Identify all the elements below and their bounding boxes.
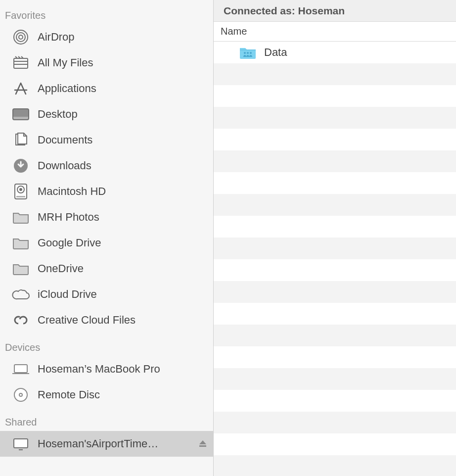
empty-row [214, 150, 456, 172]
sidebar-item-label: Hoseman'sAirportTime… [38, 437, 158, 450]
documents-icon [11, 132, 31, 148]
sidebar-item-label: Creative Cloud Files [38, 314, 136, 327]
sidebar-item-label: Desktop [38, 108, 78, 121]
shared-folder-icon [238, 45, 257, 60]
sidebar-item-label: Google Drive [38, 237, 101, 249]
column-header-label: Name [221, 26, 247, 37]
column-header-name[interactable]: Name [214, 22, 456, 42]
empty-row [214, 281, 456, 303]
folder-icon [11, 209, 31, 226]
file-name: Data [264, 46, 287, 59]
empty-row [214, 194, 456, 216]
folder-icon [11, 260, 31, 277]
empty-row [214, 346, 456, 368]
sidebar-item-label: AirDrop [38, 31, 75, 44]
sidebar-item-mrh-photos[interactable]: MRH Photos [0, 204, 213, 230]
empty-row [214, 172, 456, 194]
empty-row [214, 390, 456, 412]
sidebar-item-documents[interactable]: Documents [0, 127, 213, 153]
allfiles-icon [11, 54, 31, 71]
sidebar-item-label: Downloads [38, 159, 91, 172]
empty-row [214, 433, 456, 455]
section-header-shared[interactable]: Shared [0, 414, 213, 431]
hdd-icon [11, 183, 31, 200]
desktop-icon [11, 106, 31, 123]
laptop-icon [11, 361, 31, 378]
empty-row [214, 303, 456, 325]
sidebar-item-remote-disc[interactable]: Remote Disc [0, 382, 213, 408]
svg-point-19 [250, 52, 252, 54]
svg-point-13 [14, 388, 27, 401]
empty-row [214, 216, 456, 238]
svg-point-1 [16, 33, 25, 42]
airdrop-icon [11, 29, 31, 46]
file-row[interactable]: Data [214, 42, 456, 63]
sidebar: Favorites AirDrop All My Files Applicati… [0, 0, 214, 476]
sidebar-item-label: Remote Disc [38, 388, 100, 401]
cc-icon [11, 312, 31, 329]
empty-row [214, 455, 456, 476]
sidebar-item-airdrop[interactable]: AirDrop [0, 24, 213, 50]
sidebar-item-macbook-pro[interactable]: Hoseman’s MacBook Pro [0, 356, 213, 382]
sidebar-item-applications[interactable]: Applications [0, 76, 213, 101]
sidebar-item-label: Documents [38, 134, 92, 146]
eject-icon[interactable] [198, 439, 207, 448]
section-header-favorites[interactable]: Favorites [0, 7, 213, 24]
main-pane: Connected as: Hoseman Name Data [214, 0, 456, 476]
svg-rect-16 [199, 445, 206, 447]
sidebar-item-downloads[interactable]: Downloads [0, 153, 213, 179]
empty-row [214, 259, 456, 281]
connection-status-bar: Connected as: Hoseman [214, 0, 456, 22]
downloads-icon [11, 157, 31, 174]
empty-row [214, 412, 456, 433]
sidebar-item-google-drive[interactable]: Google Drive [0, 230, 213, 256]
empty-row [214, 325, 456, 346]
applications-icon [11, 80, 31, 97]
file-list[interactable]: Data [214, 42, 456, 476]
sidebar-item-label: Hoseman’s MacBook Pro [38, 363, 160, 376]
empty-row [214, 238, 456, 259]
sidebar-item-label: MRH Photos [38, 211, 99, 224]
sidebar-item-icloud-drive[interactable]: iCloud Drive [0, 282, 213, 307]
sidebar-item-label: iCloud Drive [38, 288, 97, 301]
sidebar-item-creative-cloud[interactable]: Creative Cloud Files [0, 307, 213, 333]
sidebar-item-airport-time[interactable]: Hoseman'sAirportTime… [0, 431, 213, 457]
sidebar-item-label: OneDrive [38, 262, 84, 275]
svg-point-0 [19, 35, 23, 39]
disc-icon [11, 386, 31, 403]
svg-point-17 [244, 52, 246, 54]
empty-row [214, 63, 456, 85]
section-header-devices[interactable]: Devices [0, 339, 213, 356]
cloud-icon [11, 286, 31, 303]
sidebar-item-macintosh-hd[interactable]: Macintosh HD [0, 179, 213, 204]
svg-rect-3 [14, 58, 28, 68]
empty-row [214, 85, 456, 107]
empty-row [214, 107, 456, 129]
svg-point-18 [247, 52, 249, 54]
sidebar-item-label: Macintosh HD [38, 185, 106, 198]
empty-row [214, 368, 456, 390]
sidebar-item-onedrive[interactable]: OneDrive [0, 256, 213, 282]
sidebar-item-label: Applications [38, 82, 96, 95]
sidebar-item-desktop[interactable]: Desktop [0, 101, 213, 127]
monitor-icon [11, 435, 31, 452]
svg-rect-12 [14, 365, 27, 373]
svg-rect-15 [14, 439, 28, 448]
empty-row [214, 129, 456, 150]
folder-icon [11, 235, 31, 251]
svg-point-10 [20, 189, 22, 190]
sidebar-item-label: All My Files [38, 56, 93, 69]
connection-status-text: Connected as: Hoseman [224, 5, 345, 17]
sidebar-item-all-my-files[interactable]: All My Files [0, 50, 213, 76]
svg-rect-11 [16, 196, 25, 197]
